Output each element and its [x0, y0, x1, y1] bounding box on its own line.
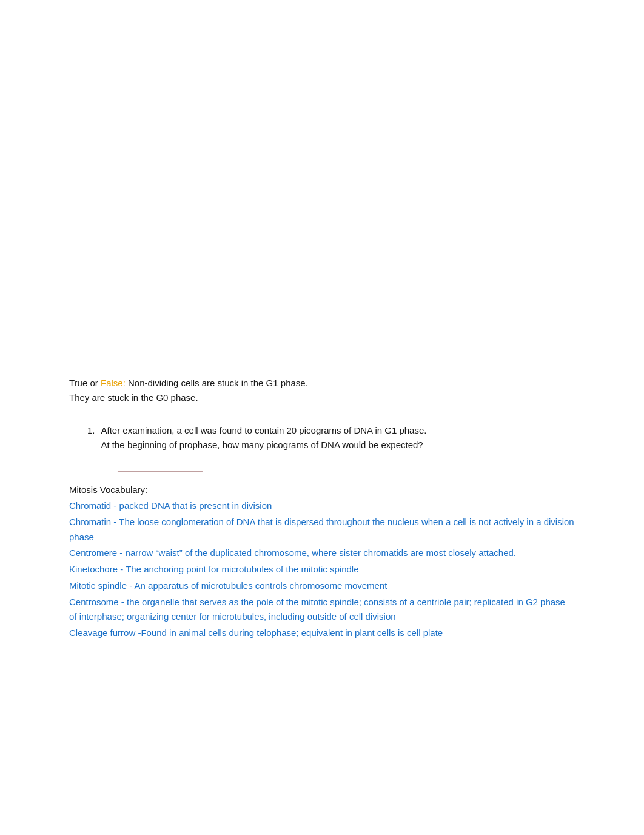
vocab-entry-chromatin: Chromatin - The loose conglomeration of …	[69, 515, 575, 545]
statement: Non-dividing cells are stuck in the G1 p…	[128, 378, 308, 388]
correction-line: They are stuck in the G0 phase.	[69, 391, 575, 405]
vocab-def: packed DNA that is present in division	[119, 500, 272, 511]
vocab-entry-centromere: Centromere - narrow “waist” of the dupli…	[69, 546, 575, 561]
vocab-term: Kinetochore	[69, 564, 118, 574]
false-label: False:	[101, 378, 126, 388]
item-number: 1.	[87, 423, 95, 452]
vocab-term: Centromere	[69, 548, 117, 558]
vocab-term: Chromatid	[69, 500, 111, 511]
vocab-sep: -	[118, 564, 126, 574]
divider-line	[118, 471, 203, 472]
vocab-def: Found in animal cells during telophase; …	[141, 628, 443, 638]
vocab-term: Centrosome	[69, 597, 119, 607]
true-false-line: True or False: Non-dividing cells are st…	[69, 376, 575, 391]
divider-area	[69, 471, 575, 472]
vocab-def: The loose conglomeration of DNA that is …	[69, 517, 574, 542]
vocab-entry-chromatid: Chromatid - packed DNA that is present i…	[69, 498, 575, 514]
vocab-sep: -	[117, 548, 125, 558]
vocab-sep: -	[127, 580, 135, 591]
vocab-entry-cleavage-furrow: Cleavage furrow -Found in animal cells d…	[69, 626, 575, 641]
vocab-sep: -	[111, 500, 119, 511]
vocab-def: An apparatus of microtubules controls ch…	[135, 580, 387, 591]
true-or-text: True or	[69, 378, 98, 388]
list-item: 1. After examination, a cell was found t…	[87, 423, 575, 452]
vocab-def: narrow “waist” of the duplicated chromos…	[126, 548, 516, 558]
true-false-section: True or False: Non-dividing cells are st…	[69, 376, 575, 405]
vocab-entry-mitotic-spindle: Mitotic spindle - An apparatus of microt…	[69, 578, 575, 594]
numbered-section: 1. After examination, a cell was found t…	[87, 423, 575, 452]
vocab-entry-kinetochore: Kinetochore - The anchoring point for mi…	[69, 562, 575, 577]
vocab-term: Mitotic spindle	[69, 580, 127, 591]
vocab-sep: -	[111, 517, 119, 527]
vocab-sep: -	[135, 628, 141, 638]
vocab-term: Cleavage furrow	[69, 628, 135, 638]
vocab-entry-centrosome: Centrosome - the organelle that serves a…	[69, 595, 575, 625]
vocab-def: The anchoring point for microtubules of …	[126, 564, 358, 574]
vocab-term: Chromatin	[69, 517, 111, 527]
vocab-def: the organelle that serves as the pole of…	[69, 597, 565, 622]
vocab-title: Mitosis Vocabulary:	[69, 485, 575, 495]
vocab-section: Mitosis Vocabulary: Chromatid - packed D…	[69, 485, 575, 641]
vocab-sep: -	[119, 597, 127, 607]
item-text: After examination, a cell was found to c…	[101, 423, 575, 452]
